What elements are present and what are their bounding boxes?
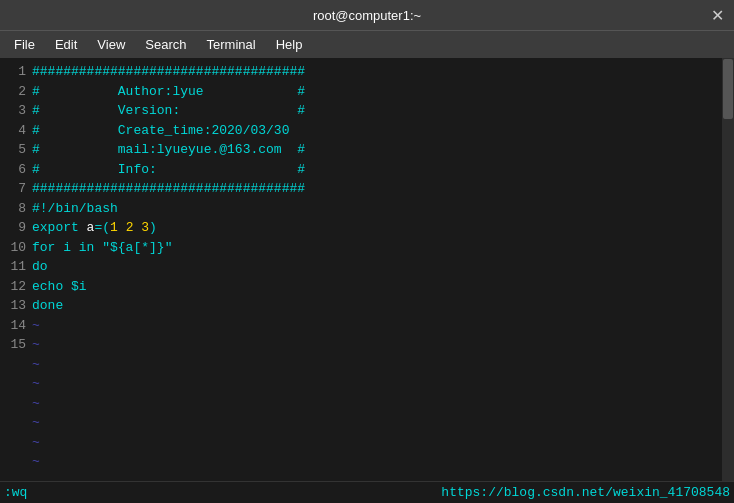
line-number: 10 <box>4 238 26 258</box>
close-button[interactable]: ✕ <box>711 6 724 25</box>
scrollbar[interactable] <box>722 58 734 481</box>
status-bar: :wq https://blog.csdn.net/weixin_4170854… <box>0 481 734 503</box>
code-line: do <box>32 257 722 277</box>
code-line: echo $i <box>32 277 722 297</box>
code-line: # mail:lyueyue.@163.com # <box>32 140 722 160</box>
line-number: 3 <box>4 101 26 121</box>
code-line: #!/bin/bash <box>32 199 722 219</box>
code-line: export a=(1 2 3) <box>32 218 722 238</box>
line-number: 6 <box>4 160 26 180</box>
code-line: # Version: # <box>32 101 722 121</box>
line-number: 8 <box>4 199 26 219</box>
line-number: 12 <box>4 277 26 297</box>
code-line: ~ <box>32 452 722 472</box>
line-number: 15 <box>4 335 26 355</box>
vim-command: :wq <box>4 485 27 500</box>
menu-edit[interactable]: Edit <box>45 35 87 54</box>
line-number: 1 <box>4 62 26 82</box>
title-bar: root@computer1:~ ✕ <box>0 0 734 30</box>
code-line: ~ <box>32 413 722 433</box>
menu-file[interactable]: File <box>4 35 45 54</box>
url-display: https://blog.csdn.net/weixin_41708548 <box>441 485 730 500</box>
code-line: ~ <box>32 394 722 414</box>
code-line: ~ <box>32 374 722 394</box>
terminal-body[interactable]: 123456789101112131415 ##################… <box>0 58 734 481</box>
code-line: ~ <box>32 355 722 375</box>
menu-view[interactable]: View <box>87 35 135 54</box>
line-number: 13 <box>4 296 26 316</box>
line-numbers: 123456789101112131415 <box>0 58 32 481</box>
code-line: ################################### <box>32 179 722 199</box>
window-title: root@computer1:~ <box>313 8 421 23</box>
menu-search[interactable]: Search <box>135 35 196 54</box>
code-line: for i in "${a[*]}" <box>32 238 722 258</box>
code-line: # Author:lyue # <box>32 82 722 102</box>
line-number: 7 <box>4 179 26 199</box>
line-number: 2 <box>4 82 26 102</box>
menu-terminal[interactable]: Terminal <box>197 35 266 54</box>
line-number: 11 <box>4 257 26 277</box>
code-line: ################################### <box>32 62 722 82</box>
code-line: ~ <box>32 316 722 336</box>
line-number: 4 <box>4 121 26 141</box>
scrollbar-thumb[interactable] <box>723 59 733 119</box>
line-number: 14 <box>4 316 26 336</box>
line-number: 5 <box>4 140 26 160</box>
code-line: # Create_time:2020/03/30 <box>32 121 722 141</box>
menu-help[interactable]: Help <box>266 35 313 54</box>
code-line: ~ <box>32 433 722 453</box>
code-line: # Info: # <box>32 160 722 180</box>
terminal-window: root@computer1:~ ✕ File Edit View Search… <box>0 0 734 503</box>
menu-bar: File Edit View Search Terminal Help <box>0 30 734 58</box>
code-area[interactable]: #################################### Aut… <box>32 58 722 481</box>
line-number: 9 <box>4 218 26 238</box>
code-line: done <box>32 296 722 316</box>
code-line: ~ <box>32 335 722 355</box>
